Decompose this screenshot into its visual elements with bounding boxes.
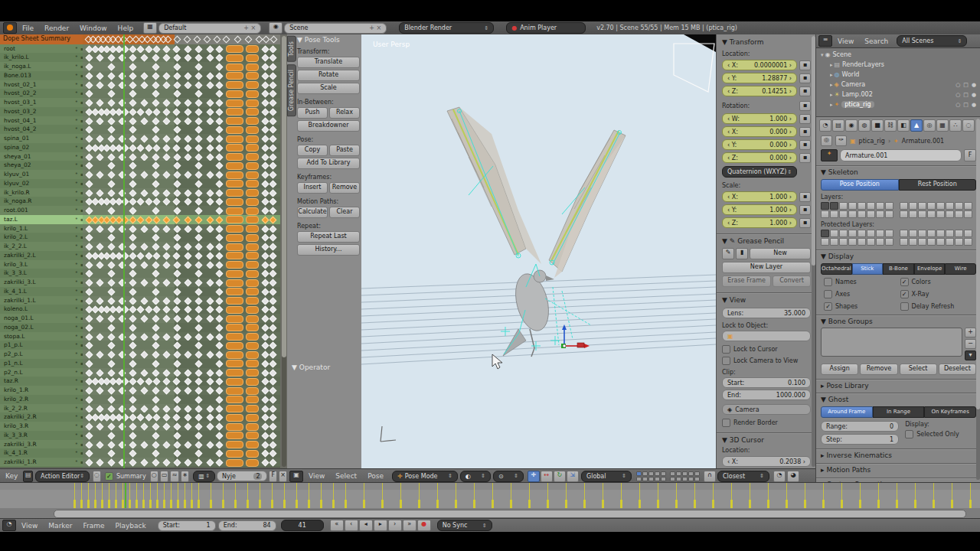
channel-mute-icon[interactable]: • xyxy=(75,440,78,449)
held-keyframe-bar[interactable] xyxy=(246,162,259,170)
keyframe[interactable] xyxy=(145,378,152,386)
operator-panel-header[interactable]: ▼ Operator xyxy=(292,364,330,371)
keyframe[interactable] xyxy=(152,405,159,412)
keyframe[interactable] xyxy=(270,333,277,341)
keyframe[interactable] xyxy=(141,387,149,395)
keyframe[interactable] xyxy=(216,387,224,395)
keyframe[interactable] xyxy=(216,162,224,170)
layer-cell[interactable] xyxy=(936,230,945,237)
ghost-panel-header[interactable]: ▼ Ghost xyxy=(816,393,980,403)
keyframe[interactable] xyxy=(185,387,192,395)
keyframe[interactable] xyxy=(261,171,269,179)
keyframe[interactable] xyxy=(261,64,269,71)
layer-cell[interactable] xyxy=(821,202,829,210)
channel-mute-icon[interactable]: • xyxy=(75,386,78,395)
keyframe[interactable] xyxy=(86,432,93,439)
keyframe[interactable] xyxy=(152,432,159,439)
held-keyframe-bar[interactable] xyxy=(226,450,243,458)
channel-mute-icon[interactable]: • xyxy=(75,260,78,269)
keyframe[interactable] xyxy=(195,117,203,125)
keyframe[interactable] xyxy=(206,441,214,448)
keyframe[interactable] xyxy=(129,126,136,134)
keyframe[interactable] xyxy=(174,64,181,71)
keyframe[interactable] xyxy=(137,216,145,223)
selected-only-checkbox[interactable] xyxy=(905,430,913,439)
keyframe[interactable] xyxy=(96,297,104,305)
keyframe[interactable] xyxy=(195,414,203,422)
layer-toggle[interactable] xyxy=(682,471,688,476)
channel-mute-icon[interactable]: • xyxy=(75,197,78,206)
keyframe[interactable] xyxy=(174,90,181,98)
axes-checkbox[interactable] xyxy=(824,290,832,298)
tab-object-data-icon[interactable]: ▲ xyxy=(910,119,923,132)
filter-search-icon[interactable]: ∗ xyxy=(181,471,189,482)
keyframe[interactable] xyxy=(206,216,214,223)
channel-mute-icon[interactable]: • xyxy=(75,341,78,350)
layer-cell[interactable] xyxy=(858,238,866,246)
grease-pencil-panel-header[interactable]: ▼ ✎ Grease Pencil xyxy=(722,237,811,245)
keyframe[interactable] xyxy=(195,360,203,367)
keyframe[interactable] xyxy=(129,144,136,152)
keyframe[interactable] xyxy=(162,378,170,386)
layer-cell[interactable] xyxy=(900,210,908,218)
keyframe[interactable] xyxy=(195,396,203,403)
keyframe[interactable] xyxy=(206,117,214,125)
keyframe[interactable] xyxy=(96,279,104,287)
keyframe[interactable] xyxy=(174,324,181,331)
keyframe[interactable] xyxy=(270,216,277,223)
keyframe[interactable] xyxy=(141,423,149,431)
keyframe[interactable] xyxy=(121,216,129,223)
keyframe[interactable] xyxy=(261,108,269,116)
keyframe[interactable] xyxy=(96,315,104,323)
keyframe[interactable] xyxy=(206,423,214,431)
keyframe[interactable] xyxy=(162,252,170,259)
keyframe[interactable] xyxy=(216,153,224,161)
keyframe[interactable] xyxy=(206,306,214,314)
layer-toggle[interactable] xyxy=(648,477,654,481)
keyframe[interactable] xyxy=(141,153,149,161)
scene-add-remove-icons[interactable]: + × xyxy=(369,24,381,31)
viewport-3d[interactable]: User Persp xyxy=(361,34,716,468)
play-button[interactable]: ▸ xyxy=(374,520,387,531)
channel-mute-icon[interactable]: • xyxy=(75,251,78,260)
keyframe[interactable] xyxy=(270,189,277,197)
history-button[interactable]: History... xyxy=(297,244,360,256)
keyframe[interactable] xyxy=(270,171,277,179)
keyframe[interactable] xyxy=(86,243,93,251)
keyframe[interactable] xyxy=(129,342,136,350)
jump-end-button[interactable]: » xyxy=(403,520,416,531)
layer-cell[interactable] xyxy=(964,202,972,210)
lock-to-cursor-checkbox[interactable] xyxy=(722,345,730,354)
keyframe[interactable] xyxy=(96,423,104,431)
keyframe[interactable] xyxy=(141,279,149,287)
channel-mute-icon[interactable]: • xyxy=(75,377,78,386)
keyframe[interactable] xyxy=(216,333,224,341)
keyframe[interactable] xyxy=(195,297,203,305)
pose-position-button[interactable]: Pose Position xyxy=(821,179,899,191)
keyframe[interactable] xyxy=(129,117,136,125)
layer-cell[interactable] xyxy=(867,230,875,237)
keyframe[interactable] xyxy=(216,459,224,467)
keyframe[interactable] xyxy=(206,405,214,412)
keyframe[interactable] xyxy=(107,459,115,467)
edit-icon[interactable]: ✑ xyxy=(835,135,847,146)
keyframe[interactable] xyxy=(129,64,136,71)
keyframe[interactable] xyxy=(96,72,104,80)
layer-cell[interactable] xyxy=(858,230,866,237)
wire-mode-button[interactable]: Wire xyxy=(945,263,976,275)
keyframe[interactable] xyxy=(121,306,129,314)
keyframe[interactable] xyxy=(129,396,136,403)
layer-cell[interactable] xyxy=(918,210,926,218)
layer-cell[interactable] xyxy=(909,202,917,210)
pose-tools-panel-header[interactable]: ▼ Pose Tools xyxy=(297,36,360,44)
keyframe[interactable] xyxy=(185,153,192,161)
keyframe[interactable] xyxy=(195,171,203,179)
layer-cell[interactable] xyxy=(830,210,838,218)
render-icon[interactable]: ● xyxy=(972,102,976,108)
repeat-last-button[interactable]: Repeat Last xyxy=(297,231,360,243)
keyframe[interactable] xyxy=(162,54,170,62)
channel-mute-icon[interactable]: • xyxy=(75,458,78,467)
keyframe[interactable] xyxy=(162,99,170,107)
keyframe[interactable] xyxy=(96,99,104,107)
keyframe[interactable] xyxy=(195,234,203,242)
